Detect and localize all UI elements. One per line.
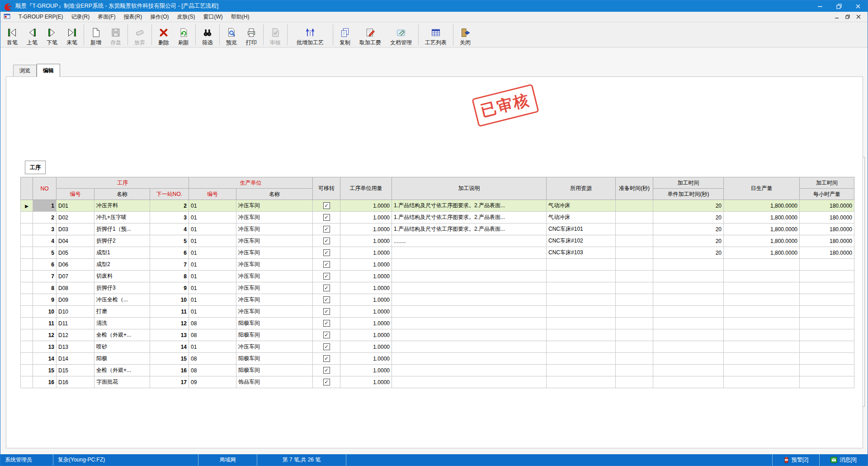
grid-cell[interactable] <box>547 318 616 329</box>
grid-cell[interactable] <box>653 306 724 318</box>
movable-checkbox[interactable]: ✓ <box>323 226 330 233</box>
col-header-unit-name[interactable]: 名称 <box>236 189 313 200</box>
col-header-resource[interactable]: 所用资源 <box>547 177 616 200</box>
grid-cell[interactable]: D09 <box>57 294 94 306</box>
grid-cell[interactable] <box>653 365 724 376</box>
grid-row[interactable]: ▶1D01冲压开料201冲压车间✓1.00001.产品结构及尺寸依工序图要求。2… <box>21 200 854 212</box>
grid-cell[interactable]: ✓ <box>313 200 340 212</box>
grid-cell[interactable]: D04 <box>57 235 94 247</box>
grid-cell[interactable]: 切废料 <box>94 271 150 282</box>
grid-cell[interactable]: 1.0000 <box>340 247 392 259</box>
grid-cell[interactable]: ✓ <box>313 247 340 259</box>
row-indicator-cell[interactable] <box>21 271 33 282</box>
grid-cell[interactable]: 1.0000 <box>340 306 392 318</box>
grid-cell[interactable]: 阳极车间 <box>236 353 313 365</box>
grid-cell[interactable]: ........ <box>392 235 547 247</box>
movable-checkbox[interactable]: ✓ <box>323 273 330 280</box>
minimize-button[interactable] <box>811 0 830 12</box>
grid-cell[interactable] <box>616 212 653 223</box>
row-indicator-cell[interactable] <box>21 223 33 235</box>
grid-cell[interactable]: 1,800.0000 <box>724 235 800 247</box>
grid-cell[interactable]: 01 <box>189 223 236 235</box>
row-indicator-cell[interactable] <box>21 341 33 353</box>
refresh-button[interactable]: 刷新 <box>174 23 193 47</box>
grid-cell[interactable]: 11 <box>33 318 57 329</box>
grid-cell[interactable]: 冲压车间 <box>236 294 313 306</box>
grid-cell[interactable]: 180.0000 <box>800 235 854 247</box>
movable-checkbox[interactable]: ✓ <box>323 238 330 244</box>
grid-cell[interactable] <box>616 329 653 341</box>
col-header-hourly-output[interactable]: 每小时产量 <box>800 189 854 200</box>
grid-cell[interactable]: ✓ <box>313 306 340 318</box>
grid-cell[interactable] <box>653 341 724 353</box>
grid-cell[interactable]: 1,800.0000 <box>724 223 800 235</box>
grid-cell[interactable]: ✓ <box>313 365 340 376</box>
grid-cell[interactable]: 阳极车间 <box>236 318 313 329</box>
grid-cell[interactable]: 7 <box>33 271 57 282</box>
grid-cell[interactable] <box>392 376 547 388</box>
grid-cell[interactable]: 01 <box>189 235 236 247</box>
next-record-button[interactable]: 下笔 <box>42 23 62 47</box>
grid-cell[interactable]: 1.0000 <box>340 212 392 223</box>
grid-cell[interactable]: 13 <box>150 329 189 341</box>
grid-cell[interactable] <box>800 365 854 376</box>
grid-row[interactable]: 2D02冲孔+压字唛301冲压车间✓1.00001.产品结构及尺寸依工序图要求。… <box>21 212 854 223</box>
grid-cell[interactable] <box>547 294 616 306</box>
grid-cell[interactable]: 2 <box>150 200 189 212</box>
grid-row[interactable]: 4D04折脚仔2501冲压车间✓1.0000........CNC车床#1022… <box>21 235 854 247</box>
grid-cell[interactable]: 气动冲床 <box>547 212 616 223</box>
grid-cell[interactable]: 全检（外观+... <box>94 329 150 341</box>
mdi-minimize-button[interactable] <box>831 13 842 21</box>
grid-cell[interactable]: 08 <box>189 365 236 376</box>
grid-cell[interactable]: 成型1 <box>94 247 150 259</box>
grid-cell[interactable]: 阳极车间 <box>236 365 313 376</box>
grid-cell[interactable] <box>616 353 653 365</box>
grid-cell[interactable] <box>653 376 724 388</box>
batch-add-process-button[interactable]: 批增加工艺 <box>289 23 331 47</box>
grid-row[interactable]: 10D10打磨1101冲压车间✓1.0000 <box>21 306 854 318</box>
grid-cell[interactable]: 3 <box>150 212 189 223</box>
grid-cell[interactable] <box>724 318 800 329</box>
grid-cell[interactable]: D08 <box>57 282 94 294</box>
grid-cell[interactable] <box>724 282 800 294</box>
grid-cell[interactable]: 阳极 <box>94 353 150 365</box>
col-header-no[interactable]: NO <box>33 177 57 200</box>
movable-checkbox[interactable]: ✓ <box>323 332 330 338</box>
grid-cell[interactable]: D10 <box>57 306 94 318</box>
col-header-unit-time[interactable]: 单件加工时间(秒) <box>653 189 724 200</box>
grid-cell[interactable]: 08 <box>189 318 236 329</box>
grid-cell[interactable]: D13 <box>57 341 94 353</box>
grid-cell[interactable]: 13 <box>33 341 57 353</box>
grid-cell[interactable] <box>392 353 547 365</box>
grid-cell[interactable] <box>800 353 854 365</box>
grid-cell[interactable]: 冲压开料 <box>94 200 150 212</box>
grid-cell[interactable] <box>616 376 653 388</box>
grid-cell[interactable]: 冲压全检（... <box>94 294 150 306</box>
col-group-process[interactable]: 工序 <box>57 177 189 189</box>
movable-checkbox[interactable]: ✓ <box>323 320 330 327</box>
grid-cell[interactable]: 1.0000 <box>340 294 392 306</box>
grid-cell[interactable]: 09 <box>189 376 236 388</box>
grid-cell[interactable]: 1.0000 <box>340 329 392 341</box>
grid-cell[interactable]: D14 <box>57 353 94 365</box>
grid-cell[interactable]: 14 <box>150 341 189 353</box>
grid-cell[interactable]: 冲压车间 <box>236 235 313 247</box>
grid-cell[interactable]: D03 <box>57 223 94 235</box>
grid-cell[interactable]: 1.0000 <box>340 235 392 247</box>
grid-cell[interactable] <box>724 329 800 341</box>
grid-cell[interactable]: 5 <box>33 247 57 259</box>
mdi-restore-button[interactable] <box>842 13 853 21</box>
grid-cell[interactable]: 12 <box>33 329 57 341</box>
grid-cell[interactable]: 冲压车间 <box>236 247 313 259</box>
grid-cell[interactable]: D12 <box>57 329 94 341</box>
grid-cell[interactable]: 14 <box>33 353 57 365</box>
grid-cell[interactable]: 01 <box>189 247 236 259</box>
col-header-movable[interactable]: 可移转 <box>313 177 340 200</box>
grid-cell[interactable]: 2 <box>33 212 57 223</box>
row-indicator-cell[interactable] <box>21 282 33 294</box>
grid-cell[interactable] <box>547 341 616 353</box>
grid-cell[interactable]: 冲压车间 <box>236 200 313 212</box>
grid-cell[interactable] <box>653 329 724 341</box>
grid-row[interactable]: 13D13喷砂1401冲压车间✓1.0000 <box>21 341 854 353</box>
restore-button[interactable] <box>830 0 849 12</box>
